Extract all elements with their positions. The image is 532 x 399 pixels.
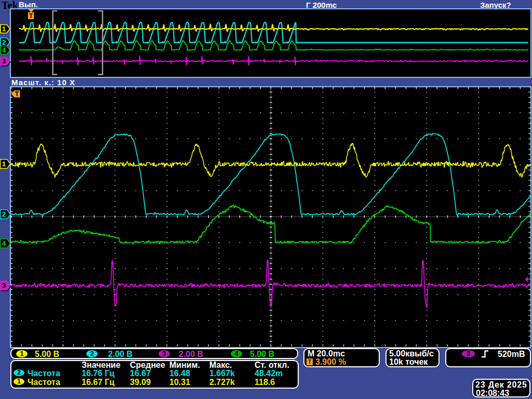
svg-text:2: 2 bbox=[2, 38, 6, 46]
svg-text:T: T bbox=[15, 90, 19, 98]
svg-text:3: 3 bbox=[2, 282, 6, 289]
svg-text:3: 3 bbox=[2, 57, 6, 65]
svg-text:4: 4 bbox=[2, 46, 6, 54]
svg-text:2: 2 bbox=[2, 210, 6, 218]
svg-text:4: 4 bbox=[2, 240, 6, 247]
svg-text:1: 1 bbox=[2, 160, 6, 168]
svg-text:1: 1 bbox=[2, 25, 6, 33]
svg-text:T: T bbox=[29, 12, 33, 20]
